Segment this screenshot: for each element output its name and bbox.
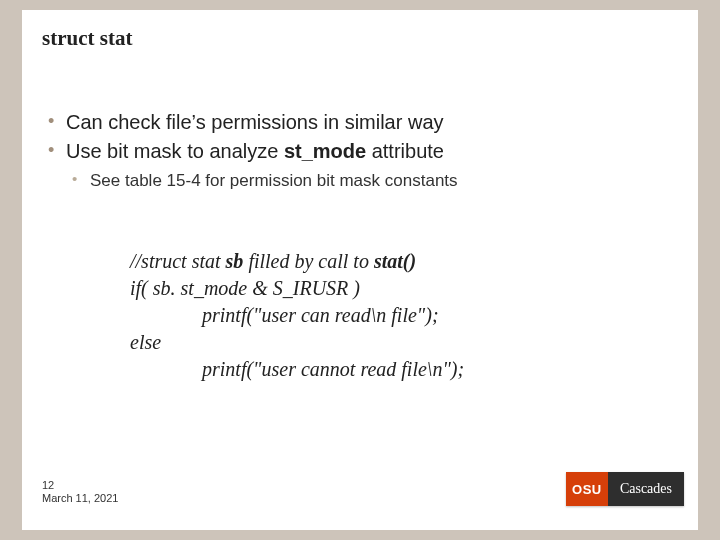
code-line: //struct stat sb filled by call to stat(… [130, 248, 650, 275]
slide: struct stat Can check file’s permissions… [22, 10, 698, 530]
bullet-level1: Use bit mask to analyze st_mode attribut… [42, 139, 678, 164]
slide-title: struct stat [42, 26, 132, 51]
bullet-text: attribute [366, 140, 444, 162]
code-line: printf("user can read\n file"); [130, 302, 650, 329]
code-text: //struct stat [130, 250, 226, 272]
code-text: filled by call to [243, 250, 374, 272]
footer-date: March 11, 2021 [42, 492, 118, 506]
code-line: if( sb. st_mode & S_IRUSR ) [130, 275, 650, 302]
osu-cascades-logo: OSU Cascades [566, 472, 684, 506]
logo-short: OSU [572, 482, 602, 497]
bullet-text: See table 15-4 for permission bit mask c… [90, 171, 458, 190]
footer: 12 March 11, 2021 [42, 479, 118, 507]
bullet-text: Use bit mask to analyze [66, 140, 284, 162]
logo-name-box: Cascades [608, 472, 684, 506]
bullet-text: Can check file’s permissions in similar … [66, 111, 444, 133]
code-block: //struct stat sb filled by call to stat(… [130, 248, 650, 383]
logo-name: Cascades [620, 481, 672, 497]
logo-badge: OSU [566, 472, 608, 506]
code-line: else [130, 329, 650, 356]
bullet-level2: See table 15-4 for permission bit mask c… [42, 170, 678, 191]
bullet-level1: Can check file’s permissions in similar … [42, 110, 678, 135]
code-bold: sb [226, 250, 244, 272]
code-bold: stat() [374, 250, 416, 272]
page-number: 12 [42, 479, 118, 493]
bullet-bold: st_mode [284, 140, 366, 162]
code-line: printf("user cannot read file\n"); [130, 356, 650, 383]
slide-body: Can check file’s permissions in similar … [42, 110, 678, 195]
